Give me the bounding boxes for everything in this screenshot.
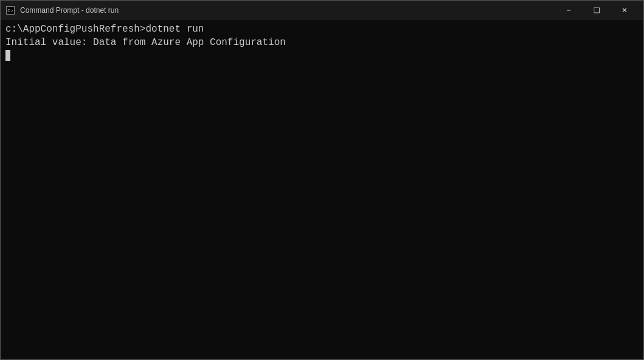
cmd-icon-label: C> <box>7 8 13 13</box>
title-bar-controls: − ❑ ✕ <box>555 1 639 20</box>
window-title: Command Prompt - dotnet run <box>20 6 119 15</box>
title-bar: C> Command Prompt - dotnet run − ❑ ✕ <box>1 1 643 20</box>
cmd-icon: C> <box>6 6 15 15</box>
terminal-line-1: c:\AppConfigPushRefresh>dotnet run <box>5 22 639 36</box>
window: C> Command Prompt - dotnet run − ❑ ✕ c:\… <box>0 0 644 360</box>
title-bar-left: C> Command Prompt - dotnet run <box>5 5 119 15</box>
maximize-button[interactable]: ❑ <box>583 1 611 20</box>
close-button[interactable]: ✕ <box>611 1 639 20</box>
terminal-line-2: Initial value: Data from Azure App Confi… <box>5 36 639 49</box>
cursor-line <box>5 50 639 61</box>
terminal-cursor <box>5 50 10 61</box>
minimize-button[interactable]: − <box>555 1 583 20</box>
cmd-icon-container: C> <box>5 5 15 15</box>
terminal-body[interactable]: c:\AppConfigPushRefresh>dotnet run Initi… <box>1 20 643 359</box>
